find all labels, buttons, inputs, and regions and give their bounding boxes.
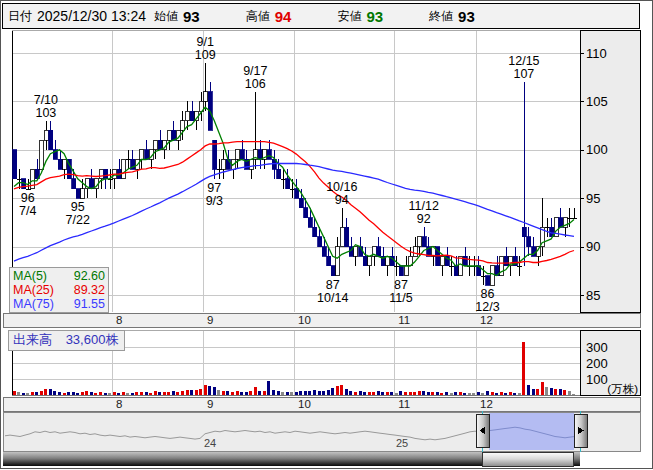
volume-bar <box>386 392 389 395</box>
volume-bar <box>94 393 97 395</box>
candle-down <box>377 247 381 257</box>
ma5-legend-row: MA(5) 92.60 <box>13 269 105 283</box>
volume-bar <box>131 393 134 395</box>
month-label: 9 <box>207 314 213 326</box>
annotation-price: 87 <box>326 278 340 292</box>
volume-bar <box>35 392 38 395</box>
volume-bar <box>522 342 525 395</box>
candle-down <box>345 227 349 246</box>
month-label: 8 <box>116 314 122 326</box>
volume-bar <box>513 393 516 395</box>
volume-bar <box>226 391 229 395</box>
volume-bar <box>468 393 471 395</box>
range-navigator[interactable]: 2425 <box>3 411 640 452</box>
volume-bar <box>486 391 489 395</box>
navigator-selection[interactable] <box>489 413 574 450</box>
volume-unit-label: (万株) <box>607 383 638 395</box>
annotation-date: 7/4 <box>19 204 36 218</box>
candle-up <box>63 159 67 169</box>
volume-bar <box>76 393 79 395</box>
volume-bar <box>395 393 398 395</box>
candle-down <box>190 111 194 121</box>
close-value: 93 <box>458 8 475 25</box>
volume-bar <box>304 391 307 395</box>
volume-bar <box>53 391 56 395</box>
month-axis-strip-bg <box>3 313 640 327</box>
annotation-date: 10/14 <box>317 291 348 305</box>
month-axis-strip-2: 89101112 <box>3 397 640 411</box>
annotation-date: 12/15 <box>508 54 539 68</box>
volume-bar <box>263 391 266 395</box>
volume-bar <box>217 390 220 395</box>
month-axis-strip: 89101112 <box>3 313 640 327</box>
volume-bar <box>327 390 330 395</box>
volume-bar <box>277 391 280 395</box>
high-label: 高値 <box>246 8 270 25</box>
navigator-left-handle[interactable] <box>476 414 489 447</box>
scrollbar-thumb[interactable] <box>482 452 573 466</box>
volume-bar <box>49 389 52 395</box>
volume-bar <box>213 387 216 395</box>
candle-up <box>40 140 44 169</box>
volume-bar <box>313 390 316 395</box>
price-tick-label: 90 <box>586 239 600 254</box>
volume-bar <box>17 392 20 395</box>
candle-down <box>399 266 403 276</box>
stock-chart-widget: 1101051009590857/10103967/4957/229/11099… <box>0 0 653 470</box>
ma75-legend-row: MA(75) 91.55 <box>13 297 105 311</box>
price-tick-label: 105 <box>586 94 608 109</box>
volume-bar <box>40 391 43 395</box>
volume-bar <box>363 392 366 395</box>
ma5-label: MA(5) <box>13 269 47 283</box>
open-label: 始値 <box>154 8 178 25</box>
candle-down <box>331 266 335 276</box>
volume-bar <box>290 392 293 395</box>
month-label: 9 <box>207 398 213 410</box>
annotation-date: 10/16 <box>326 180 357 194</box>
candle-up <box>167 130 171 140</box>
annotation-price: 94 <box>335 193 349 207</box>
volume-bar <box>372 392 375 395</box>
horizontal-scrollbar[interactable] <box>3 452 580 466</box>
volume-bar <box>158 392 161 395</box>
ma25-label: MA(25) <box>13 283 54 297</box>
candle-up <box>81 189 85 199</box>
volume-bar <box>13 391 16 395</box>
chart-canvas: 1101051009590857/10103967/4957/229/11099… <box>0 0 653 470</box>
month-label: 12 <box>480 314 493 326</box>
candle-down <box>72 179 76 189</box>
volume-bar <box>145 392 148 395</box>
candle-down <box>363 256 367 266</box>
annotation-date: 11/5 <box>389 291 412 305</box>
volume-bar <box>545 387 548 395</box>
candle-down <box>267 150 271 160</box>
volume-bar <box>295 392 298 395</box>
volume-bar <box>518 393 521 395</box>
volume-bar <box>436 392 439 395</box>
annotation-price: 106 <box>245 77 266 91</box>
volume-bar <box>318 391 321 395</box>
volume-bar <box>536 389 539 395</box>
candle-down <box>327 256 331 266</box>
annotation-date: 9/1 <box>197 35 214 49</box>
candle-down <box>299 198 303 208</box>
annotation-date: 12/3 <box>475 300 499 314</box>
volume-bar <box>454 392 457 395</box>
volume-bar <box>67 392 70 395</box>
candle-down <box>49 130 53 149</box>
volume-bar <box>322 391 325 395</box>
close-label: 終値 <box>429 8 453 25</box>
annotation-price: 103 <box>35 106 56 120</box>
volume-bar <box>459 392 462 395</box>
volume-bar <box>500 392 503 395</box>
volume-bar <box>267 381 270 395</box>
annotation-date: 9/17 <box>243 64 267 78</box>
ma5-value: 92.60 <box>74 269 105 283</box>
volume-bar <box>222 391 225 395</box>
candle-up <box>249 159 253 169</box>
volume-bar <box>390 392 393 395</box>
candle-up <box>354 247 358 257</box>
candle-up <box>491 266 495 285</box>
volume-bar <box>113 392 116 395</box>
navigator-right-handle[interactable] <box>574 414 587 447</box>
